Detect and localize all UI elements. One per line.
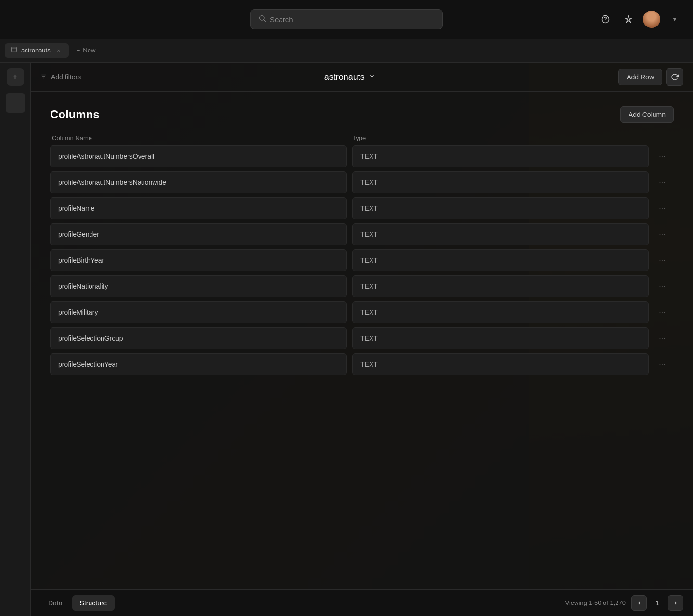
- tab-label: astronauts: [21, 47, 51, 54]
- active-tab[interactable]: astronauts ×: [5, 43, 69, 58]
- data-tab-label: Data: [48, 599, 63, 607]
- column-more-options-button[interactable]: ···: [654, 149, 670, 164]
- column-type-cell: TEXT: [352, 223, 649, 245]
- column-more-options-button[interactable]: ···: [654, 227, 670, 242]
- columns-header: Columns Add Column: [50, 106, 674, 123]
- content-area: Add filters astronauts Add Row: [31, 63, 693, 616]
- column-name-cell: profileGender: [50, 223, 346, 245]
- add-column-label: Add Column: [629, 111, 666, 118]
- topbar-right: ▼: [597, 11, 683, 28]
- table-row: profileName TEXT ···: [50, 197, 674, 219]
- refresh-button[interactable]: [666, 68, 683, 86]
- column-type-cell: TEXT: [352, 249, 649, 271]
- columns-title: Columns: [50, 108, 100, 121]
- user-avatar-button[interactable]: [643, 11, 660, 28]
- table-icon: [11, 46, 17, 54]
- table-name-dropdown-button[interactable]: [369, 73, 375, 81]
- column-name-cell: profileAstronautNumbersOverall: [50, 145, 346, 167]
- sidebar-item-1[interactable]: [6, 93, 25, 113]
- col-name-header: Column Name: [52, 134, 346, 141]
- table-row: profileSelectionYear TEXT ···: [50, 353, 674, 375]
- main-layout: + Add filters astronauts: [0, 63, 693, 616]
- new-tab-button[interactable]: + New: [71, 44, 102, 57]
- column-headers-row: Column Name Type: [50, 134, 674, 141]
- column-more-options-button[interactable]: ···: [654, 253, 670, 268]
- columns-section: Columns Add Column Column Name Type prof…: [31, 92, 693, 589]
- bottom-bar: Data Structure Viewing 1-50 of 1,270 1: [31, 589, 693, 616]
- data-tab-button[interactable]: Data: [40, 595, 70, 611]
- svg-line-1: [264, 20, 266, 22]
- add-filters-label: Add filters: [51, 73, 81, 81]
- svg-rect-3: [12, 47, 17, 52]
- column-name-cell: profileNationality: [50, 275, 346, 297]
- column-type-cell: TEXT: [352, 171, 649, 193]
- table-row: profileSelectionGroup TEXT ···: [50, 327, 674, 349]
- table-row: profileBirthYear TEXT ···: [50, 249, 674, 271]
- toolbar-right: Add Row: [618, 68, 683, 86]
- column-type-cell: TEXT: [352, 327, 649, 349]
- column-more-options-button[interactable]: ···: [654, 175, 670, 190]
- pagination-area: Viewing 1-50 of 1,270 1: [565, 595, 683, 611]
- bottom-tabs: Data Structure: [40, 595, 115, 611]
- search-icon: [258, 14, 266, 24]
- column-more-options-button[interactable]: ···: [654, 331, 670, 346]
- table-row: profileAstronautNumbersNationwide TEXT ·…: [50, 171, 674, 193]
- add-row-label: Add Row: [627, 73, 654, 81]
- column-type-cell: TEXT: [352, 145, 649, 167]
- column-name-cell: profileAstronautNumbersNationwide: [50, 171, 346, 193]
- table-name-label: astronauts: [324, 72, 365, 82]
- column-type-cell: TEXT: [352, 197, 649, 219]
- search-placeholder-text: Search: [270, 15, 293, 24]
- topbar: Search ▼: [0, 0, 693, 38]
- prev-page-button[interactable]: [631, 595, 647, 611]
- search-bar[interactable]: Search: [250, 9, 443, 29]
- user-menu-button[interactable]: ▼: [666, 11, 683, 28]
- column-more-options-button[interactable]: ···: [654, 279, 670, 294]
- viewing-text: Viewing 1-50 of 1,270: [565, 599, 626, 606]
- help-button[interactable]: [597, 11, 614, 28]
- sparkle-button[interactable]: [620, 11, 637, 28]
- add-column-button[interactable]: Add Column: [620, 106, 674, 123]
- column-name-cell: profileName: [50, 197, 346, 219]
- structure-tab-button[interactable]: Structure: [72, 595, 115, 611]
- column-type-cell: TEXT: [352, 353, 649, 375]
- structure-tab-label: Structure: [80, 599, 107, 607]
- column-type-cell: TEXT: [352, 275, 649, 297]
- column-name-cell: profileMilitary: [50, 301, 346, 323]
- column-name-cell: profileBirthYear: [50, 249, 346, 271]
- column-name-cell: profileSelectionGroup: [50, 327, 346, 349]
- new-tab-label: New: [83, 47, 95, 54]
- table-row: profileGender TEXT ···: [50, 223, 674, 245]
- column-type-cell: TEXT: [352, 301, 649, 323]
- add-row-button[interactable]: Add Row: [618, 69, 662, 85]
- table-row: profileNationality TEXT ···: [50, 275, 674, 297]
- table-row: profileMilitary TEXT ···: [50, 301, 674, 323]
- tabbar: astronauts × + New: [0, 38, 693, 63]
- column-more-options-button[interactable]: ···: [654, 357, 670, 372]
- column-more-options-button[interactable]: ···: [654, 201, 670, 216]
- table-row: profileAstronautNumbersOverall TEXT ···: [50, 145, 674, 167]
- column-name-cell: profileSelectionYear: [50, 353, 346, 375]
- sidebar: +: [0, 63, 31, 616]
- plus-icon: +: [77, 47, 80, 54]
- next-page-button[interactable]: [668, 595, 683, 611]
- column-more-options-button[interactable]: ···: [654, 305, 670, 320]
- svg-point-0: [260, 16, 264, 20]
- add-filters-button[interactable]: Add filters: [51, 73, 81, 81]
- current-page-number: 1: [653, 599, 662, 607]
- tab-close-button[interactable]: ×: [54, 46, 63, 55]
- avatar-image: [643, 11, 660, 28]
- filter-icon: [40, 73, 47, 81]
- columns-list: profileAstronautNumbersOverall TEXT ··· …: [50, 145, 674, 375]
- toolbar-left: Add filters: [40, 73, 81, 81]
- sidebar-add-button[interactable]: +: [7, 68, 24, 86]
- toolbar-center: astronauts: [324, 72, 375, 82]
- col-type-header: Type: [352, 134, 647, 141]
- content-toolbar: Add filters astronauts Add Row: [31, 63, 693, 92]
